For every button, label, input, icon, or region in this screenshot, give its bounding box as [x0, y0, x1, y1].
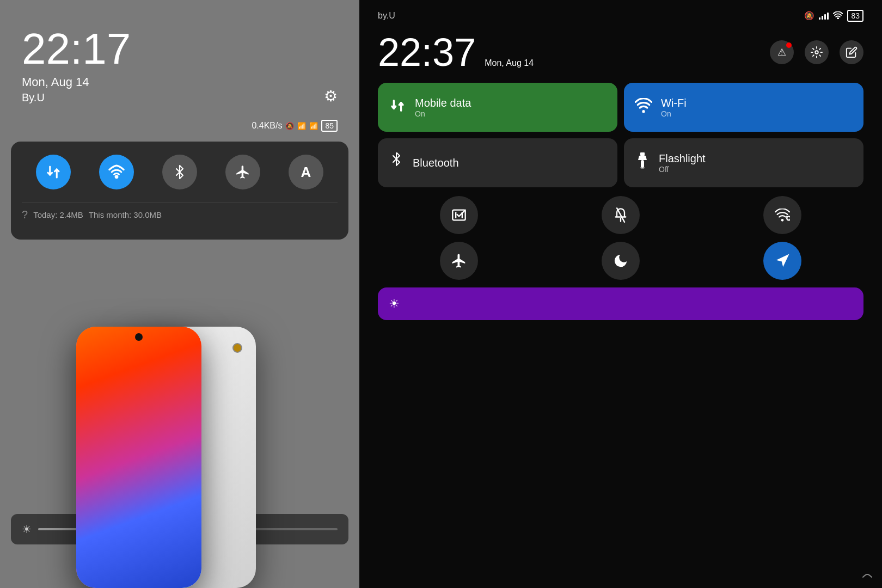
bottom-tile[interactable]: ☀ — [378, 287, 863, 320]
left-carrier: By.U — [0, 89, 359, 104]
phone-front — [76, 327, 201, 588]
bluetooth-tile[interactable]: Bluetooth — [378, 138, 617, 187]
brightness-icon: ☀ — [22, 523, 32, 536]
status-bar: by.U 🔕 83 — [372, 0, 869, 27]
wifi-status-icon — [833, 11, 843, 21]
right-date: Mon, Aug 14 — [485, 57, 534, 69]
mobile-data-tile[interactable]: Mobile data On — [378, 83, 617, 132]
bar3 — [824, 14, 826, 20]
flashlight-tile-text: Flashlight Off — [659, 152, 706, 174]
wifi-tile-text: Wi-Fi On — [661, 97, 687, 118]
quick-tiles-grid: Mobile data On Wi-Fi On — [372, 83, 869, 187]
flash-dot — [232, 343, 242, 353]
right-panel: by.U 🔕 83 22:37 Mon, Aug — [359, 0, 882, 588]
airplane-toggle[interactable] — [225, 155, 260, 189]
battery-badge: 85 — [321, 120, 338, 132]
mute-icon — [613, 207, 628, 223]
speed-indicator: 0.4KB/s 🔕 📶 📶 85 — [252, 120, 338, 132]
alarm-icon-btn[interactable]: ⚠ — [770, 40, 794, 64]
location-btn[interactable] — [763, 242, 801, 280]
top-action-icons: ⚠ — [770, 40, 863, 64]
airplane-icon — [451, 253, 467, 269]
mute-icon: 🔕 — [285, 122, 294, 130]
small-icons-row-2 — [372, 234, 869, 280]
svg-point-19 — [640, 167, 645, 169]
brightness-bottom-icon: ☀ — [389, 297, 400, 311]
svg-rect-16 — [640, 152, 645, 156]
dnd-btn[interactable] — [602, 242, 640, 280]
status-right: 🔕 83 — [804, 10, 863, 22]
settings-icon-btn[interactable] — [805, 40, 829, 64]
alarm-triangle-icon: ⚠ — [777, 46, 786, 58]
svg-point-7 — [837, 17, 838, 19]
screenshot-btn[interactable] — [440, 196, 478, 234]
small-icons-row-1 — [372, 187, 869, 234]
svg-point-25 — [781, 219, 784, 222]
mobile-data-text: Mobile data On — [415, 97, 471, 118]
svg-marker-28 — [776, 254, 789, 267]
signal-bars — [819, 12, 829, 20]
mute-btn[interactable] — [602, 196, 640, 234]
bluetooth-toggle[interactable] — [162, 155, 197, 189]
wifi-settings-btn[interactable] — [763, 196, 801, 234]
wifi-signal-corner — [862, 569, 872, 580]
carrier-label: by.U — [378, 11, 395, 21]
battery-right: 83 — [847, 10, 863, 22]
speed-value: 0.4KB/s — [252, 121, 282, 131]
wifi-icon: 📶 — [309, 122, 318, 130]
settings-icon[interactable]: ⚙ — [324, 87, 338, 105]
bluetooth-tile-text: Bluetooth — [413, 157, 459, 169]
mobile-data-label: Mobile data — [415, 97, 471, 109]
data-today: Today: 2.4MB — [33, 210, 83, 219]
mobile-data-status: On — [415, 109, 471, 118]
signal-icon: 📶 — [297, 122, 306, 130]
font-toggle[interactable]: A — [289, 155, 323, 189]
flashlight-tile-label: Flashlight — [659, 152, 706, 165]
phone-screen — [76, 327, 201, 588]
airplane-btn[interactable] — [440, 242, 478, 280]
time-block: 22:37 Mon, Aug 14 — [378, 33, 534, 72]
mobile-data-icon — [389, 97, 406, 118]
data-month: This month: 30.0MB — [89, 210, 162, 219]
bluetooth-tile-icon — [389, 152, 404, 174]
location-icon — [774, 253, 791, 269]
clock-area: 22:37 Mon, Aug 14 ⚠ — [372, 27, 869, 83]
svg-rect-18 — [641, 160, 644, 168]
svg-point-6 — [115, 176, 118, 178]
right-time: 22:37 — [378, 33, 476, 72]
left-time: 22:17 — [0, 0, 359, 71]
quick-icons-row: A — [22, 155, 338, 189]
wifi-tile-label: Wi-Fi — [661, 97, 687, 109]
phone-camera-notch — [135, 333, 143, 341]
bar2 — [822, 16, 823, 20]
svg-point-27 — [787, 216, 790, 220]
wifi-tile[interactable]: Wi-Fi On — [624, 83, 863, 132]
alarm-dot — [786, 42, 792, 48]
moon-icon — [612, 253, 629, 269]
data-usage: ? Today: 2.4MB This month: 30.0MB — [22, 203, 338, 226]
flashlight-tile[interactable]: Flashlight Off — [624, 138, 863, 187]
data-toggle[interactable] — [36, 155, 71, 189]
wifi-tile-icon — [635, 98, 652, 117]
wifi-tile-status: On — [661, 109, 687, 118]
wifi-toggle[interactable] — [99, 155, 134, 189]
svg-point-8 — [815, 51, 818, 54]
flashlight-tile-status: Off — [659, 165, 706, 174]
flashlight-tile-icon — [635, 152, 650, 174]
wifi-settings-icon — [775, 209, 790, 222]
bar4 — [827, 13, 829, 20]
mute-status-icon: 🔕 — [804, 11, 814, 21]
bar1 — [819, 17, 820, 20]
screenshot-icon — [451, 207, 467, 223]
svg-point-15 — [642, 110, 645, 113]
svg-marker-17 — [638, 156, 647, 160]
settings-gear-icon — [811, 46, 823, 58]
left-date: Mon, Aug 14 — [0, 71, 359, 89]
bluetooth-tile-label: Bluetooth — [413, 157, 459, 169]
quick-settings-panel: A ? Today: 2.4MB This month: 30.0MB — [11, 142, 348, 240]
edit-icon-btn[interactable] — [840, 40, 863, 64]
edit-pen-icon — [846, 46, 857, 58]
